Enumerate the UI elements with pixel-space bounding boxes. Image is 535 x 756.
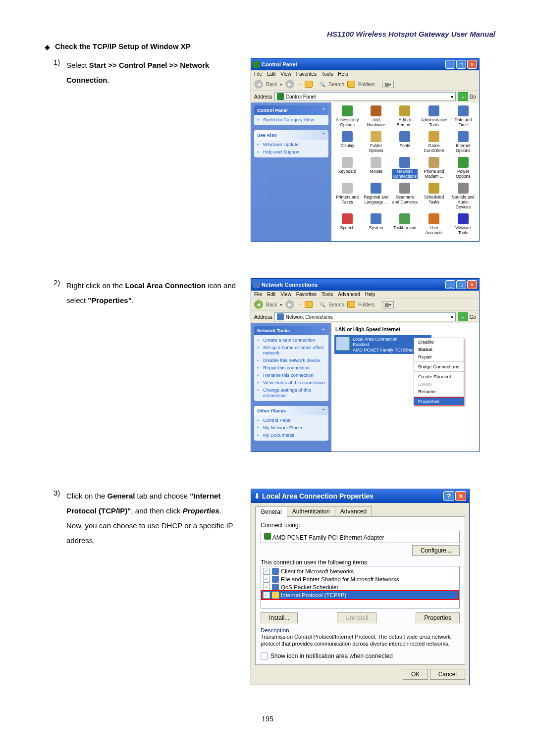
minimize-button[interactable]: _	[445, 280, 455, 289]
menu-tools[interactable]: Tools	[321, 71, 333, 77]
properties-button[interactable]: Properties	[416, 612, 460, 623]
component-checkbox[interactable]: ✓	[263, 592, 270, 599]
search-icon[interactable]: 🔍	[320, 302, 325, 307]
menu-file[interactable]: File	[254, 71, 262, 77]
menu-favorites[interactable]: Favorites	[296, 292, 317, 297]
go-button[interactable]: →	[458, 312, 468, 321]
help-button[interactable]: ?	[443, 491, 454, 501]
up-icon[interactable]	[305, 301, 313, 308]
folders-label[interactable]: Folders	[358, 302, 374, 307]
close-button[interactable]: ×	[455, 491, 466, 501]
tab-general[interactable]: General	[255, 506, 287, 517]
cp-item[interactable]: Date and Time	[449, 104, 477, 128]
side-windows-update[interactable]: Windows Update	[254, 140, 328, 147]
cp-item[interactable]: Accessibility Options	[333, 104, 361, 128]
menu-help[interactable]: Help	[338, 71, 348, 77]
views-button[interactable]: ▦▾	[382, 301, 394, 308]
ctx-rename[interactable]: Rename	[414, 388, 464, 395]
install-button[interactable]: Install...	[261, 612, 298, 623]
component-item[interactable]: ✓File and Printer Sharing for Microsoft …	[262, 575, 458, 583]
collapse-icon[interactable]: ⌃	[321, 408, 325, 413]
minimize-button[interactable]: _	[445, 60, 455, 69]
cp-item[interactable]: Printers and Faxes	[333, 182, 361, 210]
component-item[interactable]: ✓QoS Packet Scheduler	[262, 583, 458, 591]
go-button[interactable]: →	[458, 92, 468, 101]
menu-help[interactable]: Help	[365, 292, 375, 297]
component-checkbox[interactable]: ✓	[263, 576, 270, 583]
cp-item[interactable]: Add Hardware	[362, 104, 390, 128]
back-button[interactable]: ◄	[254, 300, 263, 309]
search-label[interactable]: Search	[328, 82, 344, 87]
cp-item[interactable]: Sounds and Audio Devices	[449, 182, 477, 210]
cp-item[interactable]: Scheduled Tasks	[420, 182, 448, 210]
menu-view[interactable]: View	[280, 292, 291, 297]
cp-item[interactable]: Network Connections	[391, 156, 419, 180]
show-icon-checkbox[interactable]	[261, 653, 268, 659]
cp-item[interactable]: User Accounts	[420, 212, 448, 236]
back-chevron-icon[interactable]: ▾	[280, 82, 282, 87]
tab-authentication[interactable]: Authentication	[287, 506, 335, 516]
other-place[interactable]: My Network Places	[254, 423, 328, 430]
maximize-button[interactable]: □	[456, 280, 466, 289]
other-place[interactable]: Control Panel	[254, 415, 328, 423]
network-task[interactable]: Disable this network device	[254, 355, 328, 363]
cancel-button[interactable]: Cancel	[430, 669, 465, 680]
address-dropdown-icon[interactable]: ▾	[451, 94, 453, 100]
ctx-shortcut[interactable]: Create Shortcut	[414, 373, 464, 380]
menu-favorites[interactable]: Favorites	[296, 71, 317, 77]
close-button[interactable]: ×	[467, 280, 477, 289]
ctx-bridge[interactable]: Bridge Connections	[414, 363, 464, 370]
other-place[interactable]: My Documents	[254, 430, 328, 438]
cp-item[interactable]: Keyboard	[333, 156, 361, 180]
component-checkbox[interactable]: ✓	[263, 568, 270, 575]
network-task[interactable]: Change settings of this connection	[254, 385, 328, 398]
search-label[interactable]: Search	[328, 302, 344, 307]
components-list[interactable]: ✓Client for Microsoft Networks✓File and …	[261, 566, 460, 608]
address-field[interactable]: Network Connections ▾	[274, 312, 456, 321]
menu-advanced[interactable]: Advanced	[338, 292, 360, 297]
forward-button[interactable]: ►	[285, 80, 294, 89]
ok-button[interactable]: OK	[403, 669, 428, 680]
search-icon[interactable]: 🔍	[320, 82, 325, 87]
network-task[interactable]: Repair this connection	[254, 363, 328, 370]
forward-button[interactable]: ►	[285, 300, 294, 309]
ctx-disable[interactable]: Disable	[414, 338, 464, 346]
cp-item[interactable]: Taskbar and ...	[391, 212, 419, 236]
up-icon[interactable]	[305, 81, 313, 88]
address-dropdown-icon[interactable]: ▾	[451, 314, 453, 320]
component-item[interactable]: ✓Internet Protocol (TCP/IP)	[262, 591, 458, 599]
menu-file[interactable]: File	[254, 292, 262, 297]
maximize-button[interactable]: □	[456, 60, 466, 69]
menu-edit[interactable]: Edit	[267, 71, 275, 77]
component-item[interactable]: ✓Client for Microsoft Networks	[262, 567, 458, 575]
back-button[interactable]: ◄	[254, 80, 263, 89]
cp-item[interactable]: Fonts	[391, 130, 419, 154]
side-help-support[interactable]: Help and Support	[254, 147, 328, 154]
tab-advanced[interactable]: Advanced	[335, 506, 372, 516]
cp-item[interactable]: Administrative Tools	[420, 104, 448, 128]
cp-item[interactable]: Power Options	[449, 156, 477, 180]
cp-item[interactable]: Phone and Modem ...	[420, 156, 448, 180]
network-task[interactable]: Rename this connection	[254, 370, 328, 378]
collapse-icon[interactable]: ⌃	[321, 107, 325, 113]
menu-tools[interactable]: Tools	[321, 292, 333, 297]
cp-item[interactable]: VMware Tools	[449, 212, 477, 236]
network-task[interactable]: View status of this connection	[254, 378, 328, 385]
cp-item[interactable]: Game Controllers	[420, 130, 448, 154]
switch-category-view[interactable]: Switch to Category View	[254, 115, 328, 122]
cp-item[interactable]: Scanners and Cameras	[391, 182, 419, 210]
cp-item[interactable]: Mouse	[362, 156, 390, 180]
cp-item[interactable]: Display	[333, 130, 361, 154]
ctx-repair[interactable]: Repair	[414, 353, 464, 360]
collapse-icon[interactable]: ⌃	[321, 328, 325, 333]
cp-item[interactable]: Add or Remov...	[391, 104, 419, 128]
cp-item[interactable]: System	[362, 212, 390, 236]
cp-item[interactable]: Regional and Language ...	[362, 182, 390, 210]
folders-icon[interactable]	[347, 301, 355, 308]
ctx-properties[interactable]: Properties	[414, 397, 464, 405]
cp-item[interactable]: Internet Options	[449, 130, 477, 154]
network-task[interactable]: Set up a home or small office network	[254, 343, 328, 355]
cp-item[interactable]: Speech	[333, 212, 361, 236]
views-button[interactable]: ▦▾	[382, 81, 394, 88]
cp-item[interactable]: Folder Options	[362, 130, 390, 154]
